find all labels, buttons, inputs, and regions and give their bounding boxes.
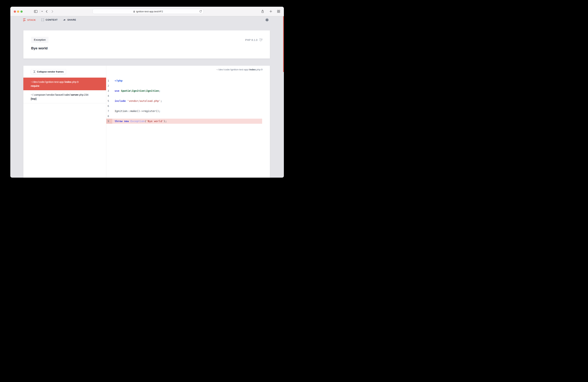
browser-toolbar: ignition-test-app.test/#F2 [10, 7, 284, 16]
code-line: 2 [106, 83, 262, 88]
settings-button[interactable] [265, 18, 269, 22]
safari-window: ignition-test-app.test/#F2 [10, 7, 284, 178]
code-line: 1<?php [106, 78, 262, 83]
line-number: 7 [106, 110, 112, 113]
tab-stack-label: STACK [27, 19, 36, 21]
back-button[interactable] [46, 10, 47, 13]
sidebar-menu-chevron[interactable] [41, 11, 43, 12]
collapse-vendor-frames-button[interactable]: Collapse vendor frames [31, 69, 66, 74]
error-message: Bye world [31, 46, 48, 50]
traffic-light-minimize[interactable] [17, 11, 19, 13]
line-code: include 'vendor/autoload.php'; [115, 99, 162, 102]
frame-method: [top] [31, 97, 103, 101]
line-number: 6 [106, 105, 112, 107]
line-number: 9 [106, 119, 112, 124]
line-code: Ignition::make()->register(); [115, 110, 160, 113]
sidebar-toggle-button[interactable] [34, 10, 38, 13]
exception-type-badge: Exception [31, 37, 48, 43]
stack-frame[interactable]: ~/dev/code/ignition-test-app/index.php:9… [23, 77, 106, 90]
address-bar[interactable]: ignition-test-app.test/#F2 [92, 9, 204, 14]
plus-icon [270, 10, 272, 13]
forward-button[interactable] [52, 10, 53, 13]
code-header-path: ~/dev/code/ignition-test-app/index.php:9 [216, 68, 262, 71]
lock-icon [133, 10, 135, 13]
new-tab-button[interactable] [270, 10, 272, 13]
tab-context[interactable]: CONTEXT [42, 19, 58, 21]
frame-method: require [31, 84, 103, 88]
frame-path: ~/dev/code/ignition-test-app/index.php:9 [31, 80, 103, 84]
code-snippet-panel: ~/dev/code/ignition-test-app/index.php:9… [106, 66, 270, 178]
line-number: 4 [106, 95, 112, 97]
code-line-highlighted: 9throw new Exception('Bye world'); [106, 119, 262, 124]
php-version-label: PHP 8.1.0 [245, 38, 257, 41]
line-number: 1 [106, 79, 112, 82]
share-page-button[interactable] [261, 10, 264, 13]
frame-path: ~/.composer/vendor/laravel/valet/server.… [31, 93, 103, 97]
stack-lines-icon [23, 19, 26, 22]
line-code: throw new Exception('Bye world'); [115, 120, 167, 123]
code-line: 5include 'vendor/autoload.php'; [106, 98, 262, 103]
chevron-right-icon [52, 10, 53, 13]
stack-frames-panel: Collapse vendor frames ~/dev/code/igniti… [23, 66, 106, 178]
chevron-down-icon [41, 11, 43, 12]
scrollbar-thumb[interactable] [283, 16, 284, 72]
context-brackets-icon [42, 19, 44, 21]
code-line: 4 [106, 93, 262, 98]
sidebar-icon [34, 10, 38, 13]
code-line: 6 [106, 103, 262, 109]
code-lines: 1<?php23use Spatie\Ignition\Ignition;45i… [106, 78, 270, 124]
code-line: 7Ignition::make()->register(); [106, 109, 262, 114]
share-arrow-icon [63, 19, 66, 21]
traffic-light-zoom[interactable] [21, 11, 23, 13]
stack-frames: ~/dev/code/ignition-test-app/index.php:9… [23, 77, 106, 103]
stack-trace-card: Collapse vendor frames ~/dev/code/igniti… [23, 66, 270, 178]
tab-context-label: CONTEXT [46, 19, 58, 21]
code-line: 8 [106, 114, 262, 119]
chevron-left-icon [46, 10, 47, 13]
line-number: 5 [106, 99, 112, 102]
line-number: 2 [106, 84, 112, 87]
line-number: 8 [106, 115, 112, 117]
tab-share-label: SHARE [67, 19, 76, 21]
line-code: <?php [115, 79, 123, 82]
collapse-icon [33, 70, 36, 73]
laravel-logo-icon [259, 38, 262, 41]
collapse-button-label: Collapse vendor frames [37, 70, 63, 73]
tab-stack[interactable]: STACK [23, 19, 36, 22]
tab-overview-button[interactable] [277, 10, 280, 13]
tab-share[interactable]: SHARE [63, 19, 76, 21]
reload-button[interactable] [199, 10, 202, 13]
traffic-light-close[interactable] [14, 11, 16, 13]
share-icon [261, 10, 264, 13]
screenshot-stage: ignition-test-app.test/#F2 [0, 0, 294, 191]
line-number: 3 [106, 89, 112, 92]
error-summary-card: Exception Bye world PHP 8.1.0 [23, 30, 270, 58]
grid-icon [277, 10, 280, 13]
address-bar-url: ignition-test-app.test/#F2 [136, 10, 163, 13]
code-line: 3use Spatie\Ignition\Ignition; [106, 88, 262, 93]
php-version-meta: PHP 8.1.0 [245, 37, 262, 43]
ignition-page: STACK CONTEXT SHARE [10, 16, 284, 178]
line-code: use Spatie\Ignition\Ignition; [115, 89, 160, 92]
gear-icon [265, 18, 269, 22]
toolbar-separator [40, 10, 40, 13]
stack-frame[interactable]: ~/.composer/vendor/laravel/valet/server.… [23, 90, 106, 103]
